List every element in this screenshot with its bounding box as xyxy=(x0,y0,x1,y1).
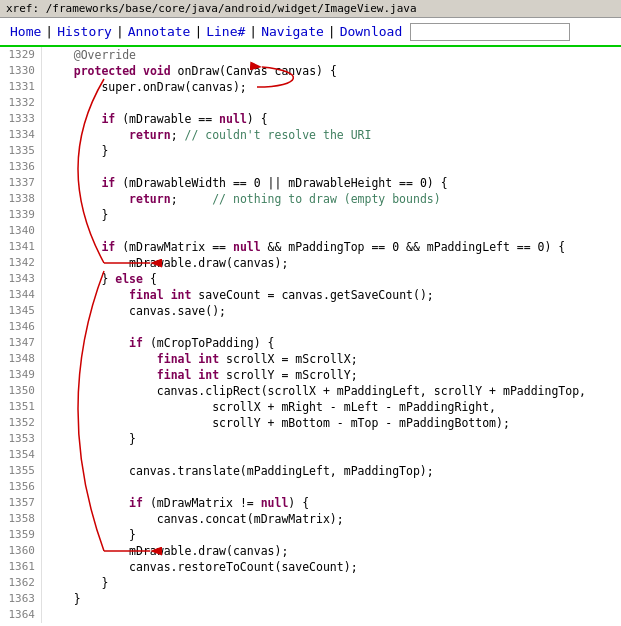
code-line: mDrawable.draw(canvas); xyxy=(46,543,617,559)
line-number: 1329 xyxy=(4,47,35,63)
code-line: } xyxy=(46,527,617,543)
line-number: 1337 xyxy=(4,175,35,191)
code-content[interactable]: @Override protected void onDraw(Canvas c… xyxy=(42,47,621,623)
nav-line[interactable]: Line# xyxy=(202,22,249,41)
code-line: canvas.save(); xyxy=(46,303,617,319)
sep-1: | xyxy=(45,24,53,39)
code-line: canvas.translate(mPaddingLeft, mPaddingT… xyxy=(46,463,617,479)
nav-bar: Home | History | Annotate | Line# | Navi… xyxy=(0,18,621,47)
code-line: final int scrollY = mScrollY; xyxy=(46,367,617,383)
nav-annotate[interactable]: Annotate xyxy=(124,22,195,41)
code-line: } xyxy=(46,591,617,607)
line-number: 1332 xyxy=(4,95,35,111)
code-line: scrollY + mBottom - mTop - mPaddingBotto… xyxy=(46,415,617,431)
code-line: return; // nothing to draw (empty bounds… xyxy=(46,191,617,207)
code-line: } xyxy=(46,207,617,223)
code-line: canvas.restoreToCount(saveCount); xyxy=(46,559,617,575)
line-number: 1364 xyxy=(4,607,35,623)
code-line: scrollX + mRight - mLeft - mPaddingRight… xyxy=(46,399,617,415)
nav-navigate[interactable]: Navigate xyxy=(257,22,328,41)
code-line: mDrawable.draw(canvas); xyxy=(46,255,617,271)
code-line: } xyxy=(46,143,617,159)
code-line xyxy=(46,479,617,495)
nav-home[interactable]: Home xyxy=(6,22,45,41)
line-number: 1330 xyxy=(4,63,35,79)
line-number: 1333 xyxy=(4,111,35,127)
code-line: @Override xyxy=(46,47,617,63)
line-numbers: 1329133013311332133313341335133613371338… xyxy=(0,47,42,623)
line-number: 1357 xyxy=(4,495,35,511)
code-line xyxy=(46,159,617,175)
line-number: 1362 xyxy=(4,575,35,591)
line-number: 1344 xyxy=(4,287,35,303)
line-number: 1356 xyxy=(4,479,35,495)
line-number: 1346 xyxy=(4,319,35,335)
code-line xyxy=(46,319,617,335)
code-line: } xyxy=(46,575,617,591)
line-number: 1363 xyxy=(4,591,35,607)
code-line: final int scrollX = mScrollX; xyxy=(46,351,617,367)
code-line: if (mDrawable == null) { xyxy=(46,111,617,127)
line-number: 1336 xyxy=(4,159,35,175)
nav-download[interactable]: Download xyxy=(336,22,407,41)
code-line: canvas.concat(mDrawMatrix); xyxy=(46,511,617,527)
code-area: 1329133013311332133313341335133613371338… xyxy=(0,47,621,623)
line-number: 1343 xyxy=(4,271,35,287)
search-input[interactable] xyxy=(410,23,570,41)
line-number: 1354 xyxy=(4,447,35,463)
line-number: 1350 xyxy=(4,383,35,399)
line-number: 1347 xyxy=(4,335,35,351)
nav-history[interactable]: History xyxy=(53,22,116,41)
line-number: 1340 xyxy=(4,223,35,239)
file-path: xref: /frameworks/base/core/java/android… xyxy=(6,2,417,15)
code-line: if (mCropToPadding) { xyxy=(46,335,617,351)
line-number: 1335 xyxy=(4,143,35,159)
line-number: 1349 xyxy=(4,367,35,383)
line-number: 1341 xyxy=(4,239,35,255)
line-number: 1342 xyxy=(4,255,35,271)
sep-2: | xyxy=(116,24,124,39)
code-line xyxy=(46,447,617,463)
line-number: 1348 xyxy=(4,351,35,367)
path-bar: xref: /frameworks/base/core/java/android… xyxy=(0,0,621,18)
line-number: 1338 xyxy=(4,191,35,207)
code-line: canvas.clipRect(scrollX + mPaddingLeft, … xyxy=(46,383,617,399)
code-line: if (mDrawableWidth == 0 || mDrawableHeig… xyxy=(46,175,617,191)
line-number: 1355 xyxy=(4,463,35,479)
code-line xyxy=(46,607,617,623)
line-number: 1358 xyxy=(4,511,35,527)
line-number: 1345 xyxy=(4,303,35,319)
code-line: if (mDrawMatrix == null && mPaddingTop =… xyxy=(46,239,617,255)
code-line: if (mDrawMatrix != null) { xyxy=(46,495,617,511)
code-line xyxy=(46,223,617,239)
code-line: super.onDraw(canvas); xyxy=(46,79,617,95)
code-line: } else { xyxy=(46,271,617,287)
line-number: 1331 xyxy=(4,79,35,95)
sep-4: | xyxy=(249,24,257,39)
code-line: protected void onDraw(Canvas canvas) { xyxy=(46,63,617,79)
code-line: final int saveCount = canvas.getSaveCoun… xyxy=(46,287,617,303)
sep-5: | xyxy=(328,24,336,39)
line-number: 1360 xyxy=(4,543,35,559)
line-number: 1352 xyxy=(4,415,35,431)
line-number: 1353 xyxy=(4,431,35,447)
line-number: 1339 xyxy=(4,207,35,223)
sep-3: | xyxy=(194,24,202,39)
line-number: 1351 xyxy=(4,399,35,415)
code-line: return; // couldn't resolve the URI xyxy=(46,127,617,143)
line-number: 1361 xyxy=(4,559,35,575)
code-line xyxy=(46,95,617,111)
line-number: 1334 xyxy=(4,127,35,143)
line-number: 1359 xyxy=(4,527,35,543)
code-line: } xyxy=(46,431,617,447)
